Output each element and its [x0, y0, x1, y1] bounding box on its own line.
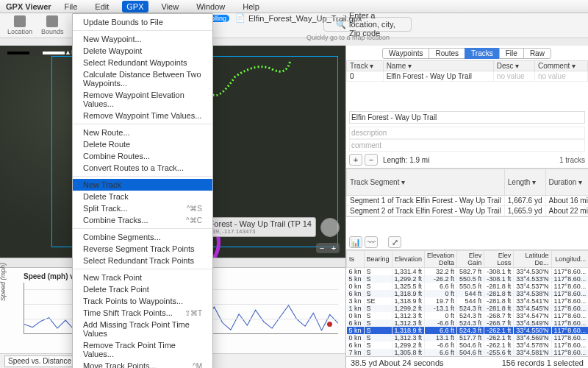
zoom-control[interactable]: −+ [316, 243, 340, 253]
track-name-field[interactable]: Elfin Forest - Way Up Trail [349, 111, 585, 124]
menubar: GPX Viewer FileEditGPXViewWindowHelp [0, 0, 588, 13]
menu-item[interactable]: New Track Point [73, 272, 212, 283]
add-button[interactable]: + [349, 154, 362, 166]
menu-item[interactable]: Track Points to Waypoints... [73, 295, 212, 307]
menu-item[interactable]: Select Redundant Waypoints [73, 57, 212, 68]
menu-item[interactable]: New Route... [73, 127, 212, 138]
menu-edit[interactable]: Edit [90, 1, 113, 13]
menu-item[interactable]: Remove Track Point Time Values... [73, 339, 212, 360]
menu-item[interactable]: Delete Route [73, 138, 212, 150]
menu-item[interactable]: Combine Segments... [73, 231, 212, 243]
tab-file[interactable]: File [499, 48, 524, 59]
trackpoints-table[interactable]: tsBearingElevationElevation DeltaElev Ga… [346, 250, 588, 356]
menu-item[interactable]: Combine Routes... [73, 150, 212, 162]
tab-tracks[interactable]: Tracks [465, 48, 500, 59]
menu-item[interactable]: Delete Waypoint [73, 45, 212, 57]
track-desc-field[interactable]: description [349, 127, 585, 139]
segments-table[interactable]: Track Segment ▾Length ▾Duration ▾Average… [346, 169, 588, 216]
menu-item: Calculate Distance Between Two Waypoints… [73, 68, 212, 89]
menu-item[interactable]: Remove Waypoint Time Values... [73, 110, 212, 121]
chart-selected-point [327, 322, 332, 327]
app-name: GPX Viewer [6, 2, 51, 11]
track-comment-field[interactable]: comment [349, 139, 585, 152]
gpx-menu: Update Bounds to FileNew Waypoint...Dele… [72, 13, 213, 368]
menu-item[interactable]: Move Track Points...^M [73, 360, 212, 368]
location-search[interactable]: 🔍Enter a location, city, Zip code [323, 17, 412, 32]
menu-item[interactable]: Convert Routes to a Track... [73, 162, 212, 174]
chart-icon[interactable]: 📊 [349, 236, 362, 248]
menu-item[interactable]: Remove Waypoint Elevation Values... [73, 89, 212, 110]
chart-ylabel: Speed (mph) [0, 263, 7, 301]
tab-waypoints[interactable]: Waypoints [382, 48, 429, 59]
menu-item[interactable]: Update Bounds to File [73, 16, 212, 28]
menu-item[interactable]: New Waypoint... [73, 33, 212, 45]
menu-window[interactable]: Window [192, 1, 229, 13]
zoom-out-button[interactable]: − [316, 243, 328, 253]
tab-raw[interactable]: Raw [523, 48, 551, 59]
tracks-table[interactable]: Track ▾Name ▾Desc ▾Comment ▾0Elfin Fores… [346, 60, 588, 82]
tab-routes[interactable]: Routes [429, 48, 465, 59]
inspector-tabs: WaypointsRoutesTracksFileRaw [346, 47, 588, 59]
menu-help[interactable]: Help [238, 1, 264, 13]
search-hint: Quickly go to a map location [306, 34, 390, 41]
menu-item[interactable]: Delete Track [73, 191, 212, 202]
menu-item[interactable]: Reverse Segment Track Points [73, 243, 212, 255]
status-bar: 38.5 yd About 24 seconds156 records 1 se… [346, 356, 588, 368]
zoom-in-button[interactable]: + [328, 243, 340, 253]
menu-file[interactable]: File [60, 1, 82, 13]
menu-view[interactable]: View [157, 1, 184, 13]
expand-icon[interactable]: ⤢ [388, 236, 401, 248]
bounds-icon[interactable]: Bounds [38, 15, 67, 36]
menu-item[interactable]: Combine Tracks...^⌘C [73, 214, 212, 226]
menu-item[interactable]: Split Track...^⌘S [73, 202, 212, 214]
menu-gpx[interactable]: GPX [122, 1, 148, 13]
menu-item[interactable]: Select Redundant Track Points [73, 255, 212, 266]
length-label: Length: 1.9 mi [383, 156, 429, 164]
menu-item[interactable]: Add Missing Track Point Time Values [73, 319, 212, 339]
menu-item[interactable]: Delete Track Point [73, 283, 212, 295]
menu-item[interactable]: New Track [73, 179, 212, 191]
location-icon[interactable]: Location [4, 15, 35, 36]
remove-button[interactable]: − [365, 154, 378, 166]
menu-item[interactable]: Time Shift Track Points...⇧⌘T [73, 307, 212, 319]
tracks-count: 1 tracks [559, 156, 585, 164]
stats-icon[interactable]: 〰 [365, 236, 378, 248]
compass-icon[interactable] [320, 218, 340, 237]
